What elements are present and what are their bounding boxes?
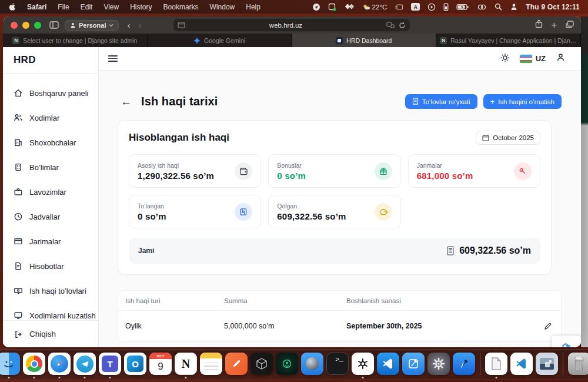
spotlight-search-icon[interactable]	[495, 3, 502, 11]
menu-view[interactable]: View	[103, 3, 119, 11]
calendar-icon	[482, 134, 489, 141]
share-icon[interactable]	[535, 19, 543, 31]
dock-libreoffice-document[interactable]	[485, 353, 507, 378]
stat-label: Bonuslar	[277, 162, 306, 169]
notion-letter: N	[182, 357, 190, 371]
sidebar-item-xodimlar[interactable]: Xodimlar	[3, 105, 98, 130]
dock-finder[interactable]	[0, 353, 20, 378]
app-logo: HRD	[14, 54, 36, 66]
hamburger-menu-icon[interactable]	[108, 55, 118, 62]
dock-chrome[interactable]	[23, 353, 45, 378]
input-source-indicator[interactable]: A	[411, 3, 420, 11]
dock-vscode[interactable]	[377, 353, 399, 378]
tab-google-gemini[interactable]: Google Gemini	[148, 34, 292, 47]
payments-list-button[interactable]: To’lovlar ro’yxati	[405, 94, 477, 109]
address-bar[interactable]: web.hrd.uz	[173, 19, 410, 31]
sidebar-item-boshqaruv-paneli[interactable]: Boshqaruv paneli	[3, 81, 98, 105]
device-battery-icon[interactable]	[443, 3, 449, 11]
menu-bookmarks[interactable]: Bookmarks	[163, 3, 199, 11]
dock-image-preview[interactable]	[536, 353, 558, 378]
dock-pen-app[interactable]	[225, 353, 248, 378]
fast-user-switch-icon[interactable]	[510, 3, 518, 11]
close-window-button[interactable]	[11, 22, 18, 29]
weather-widget[interactable]: 22°C	[362, 4, 387, 11]
tab-django-change-application[interactable]: N Rasul Yaxyayev | Change Application | …	[436, 34, 581, 47]
menu-history[interactable]: History	[130, 3, 152, 11]
gift-icon	[375, 162, 392, 180]
new-tab-icon[interactable]: +	[552, 21, 557, 30]
menu-edit[interactable]: Edit	[81, 3, 93, 11]
edit-row-button[interactable]	[534, 323, 561, 330]
apple-logo-icon[interactable]	[8, 2, 16, 11]
safari-profile-button[interactable]: Personal	[65, 20, 119, 31]
theme-toggle-sun-icon[interactable]	[500, 53, 510, 65]
branch-building-icon	[14, 138, 23, 147]
monitor-icon	[14, 311, 23, 320]
app-status-icon[interactable]	[328, 3, 336, 11]
sidebar-item-bolimlar[interactable]: Bo’limlar	[3, 155, 98, 180]
battery-charging-icon[interactable]	[456, 4, 469, 11]
recaptcha-badge[interactable]: ⟳ Privacy - Terms	[552, 336, 581, 347]
dock-orb-app[interactable]	[301, 353, 323, 378]
payment-icon	[14, 286, 23, 295]
dock-vscode-alt[interactable]	[510, 353, 533, 378]
screen-mirroring-icon[interactable]	[395, 4, 403, 11]
sidebar-item-jarimalar[interactable]: Jarimalar	[3, 229, 98, 254]
menu-window[interactable]: Window	[210, 3, 235, 11]
language-selector[interactable]: UZ	[520, 54, 546, 63]
universal-control-icon[interactable]	[477, 4, 487, 11]
sidebar-item-hisobotlar[interactable]: Hisobotlar	[3, 254, 98, 278]
sidebar-item-chiqish[interactable]: Chiqish	[3, 320, 98, 347]
sidebar-item-jadvallar[interactable]: Jadvallar	[3, 204, 98, 229]
user-profile-icon[interactable]	[556, 52, 566, 65]
sidebar-toggle-icon[interactable]	[49, 21, 59, 29]
forward-button[interactable]: ›	[138, 20, 141, 30]
back-arrow-icon[interactable]: ←	[121, 96, 132, 107]
menubar-app-name[interactable]: Safari	[27, 3, 46, 11]
dock-notes[interactable]	[200, 353, 222, 378]
set-salary-button[interactable]: + Ish haqini o’rnatish	[483, 94, 562, 109]
diamonds-status-icon[interactable]	[344, 3, 355, 11]
menu-file[interactable]: File	[58, 3, 69, 11]
dock-terminal[interactable]: >_	[326, 353, 349, 378]
weather-temp: 22°C	[372, 4, 387, 11]
minimize-window-button[interactable]	[22, 22, 29, 29]
dock-calendar[interactable]: OCT 9	[149, 353, 172, 378]
paper-plane-status-icon[interactable]	[312, 3, 320, 11]
tab-overview-icon[interactable]	[566, 20, 574, 31]
django-favicon: N	[440, 37, 447, 44]
safari-window: Personal ‹ › web.hrd.uz + N Select user …	[3, 16, 581, 347]
dock-trash[interactable]	[568, 353, 588, 378]
menubar-clock[interactable]: Thu 9 Oct 12:11	[526, 3, 580, 11]
dock-green-creature-app[interactable]	[276, 353, 298, 378]
screen-time-icon[interactable]	[427, 3, 436, 11]
month-filter-label: October 2025	[493, 134, 534, 141]
sidebar-item-shoxobchalar[interactable]: Shoxobchalar	[3, 130, 98, 155]
dock-microsoft-teams[interactable]: T	[99, 353, 121, 378]
zoom-window-button[interactable]	[34, 22, 41, 29]
tab-hrd-dashboard[interactable]: HRD Dashboard	[292, 34, 437, 47]
dock-telegram[interactable]	[74, 353, 96, 378]
salary-summary-card: Hisoblangan ish haqi October 2025 Asosiy…	[118, 120, 552, 275]
dock-chatgpt[interactable]	[352, 353, 374, 378]
sidebar-label: Shoxobchalar	[29, 138, 76, 147]
stat-value: 0 so’m	[277, 171, 306, 181]
menu-help[interactable]: Help	[246, 3, 260, 11]
page-content: HRD Boshqaruv paneli Xodimlar Shoxobchal…	[3, 47, 581, 347]
tab-label: Google Gemini	[204, 37, 245, 44]
sidebar-item-lavozimlar[interactable]: Lavozimlar	[3, 180, 98, 204]
dock-notion[interactable]: N	[175, 353, 197, 378]
users-icon	[14, 113, 23, 122]
month-filter-button[interactable]: October 2025	[476, 131, 540, 145]
tab-django-users[interactable]: N Select user to change | Django site ad…	[3, 34, 148, 47]
dock-developer-app[interactable]	[453, 353, 475, 378]
dock-outlook[interactable]: O	[124, 353, 146, 378]
back-button[interactable]: ‹	[127, 20, 130, 30]
dock-xcode[interactable]	[402, 353, 425, 378]
logout-icon	[14, 330, 23, 339]
dock-safari[interactable]	[48, 353, 71, 378]
background-window-edge	[581, 16, 588, 347]
dock-system-settings[interactable]	[427, 353, 450, 378]
dock-3d-cube-app[interactable]	[250, 353, 273, 378]
sidebar-item-ish-haqi-tolovlari[interactable]: Ish haqi to’lovlari	[3, 278, 98, 303]
